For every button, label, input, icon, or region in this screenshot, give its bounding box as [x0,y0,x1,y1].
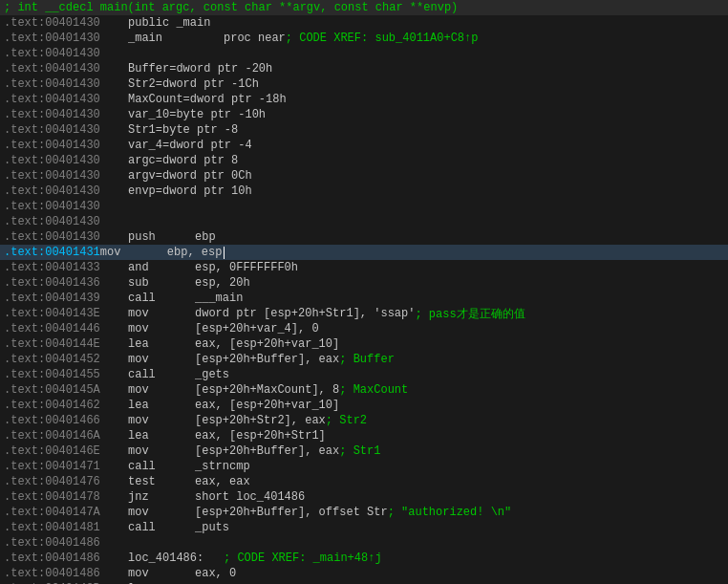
equals: = [156,154,162,167]
var-name: argv [128,169,156,183]
loc-label: loc_401486: [128,552,224,565]
mnemonic: call [128,368,195,381]
code-line: .text:00401486 loc_401486: ; CODE XREF: … [0,551,728,566]
addr: .text:00401462 [4,399,128,412]
operand: eax, [esp+20h+var_10] [195,337,339,351]
operand: eax, [esp+20h+var_10] [195,399,339,412]
addr: .text:00401466 [4,414,128,427]
code-line: .text:00401439 call ___main [0,291,728,306]
ptr-type: byte ptr -10h [176,108,266,121]
mnemonic: lea [128,429,195,443]
ptr-type: dword ptr -4 [169,139,251,152]
code-container: ; int __cdecl main(int argc, const char … [0,0,728,584]
operand: eax, eax [195,475,250,488]
mnemonic: mov [128,307,195,320]
comment: ; MaxCount [339,383,408,397]
code-line: .text:00401430 push ebp [0,229,728,245]
comment: ; Str1 [339,444,380,458]
addr: .text:00401446 [4,322,128,335]
operand: [esp+20h+var_4], 0 [195,322,319,335]
code-line: .text:00401481 call _puts [0,520,728,535]
code-line: .text:00401430 argv = dword ptr 0Ch [0,168,728,184]
operand: [esp+20h+Buffer], eax [195,353,339,366]
ptr-type: byte ptr -8 [162,123,238,137]
operand: [esp+20h+MaxCount], 8 [195,383,339,397]
code-line: .text:00401452 mov [esp+20h+Buffer], eax… [0,352,728,367]
var-name: Buffer [128,62,169,76]
code-line: .text:00401430 [0,214,728,229]
operand: short loc_401486 [195,490,305,504]
code-line: .text:00401430 [0,46,728,61]
comment: ; pass才是正确的值 [415,306,525,322]
addr: .text:00401430 [4,230,128,244]
addr: .text:00401430 [4,154,128,167]
addr-highlight: .text:00401431 [4,246,100,259]
mnemonic: mov [128,414,195,427]
var-name: var_10 [128,108,169,121]
code-line: .text:0040146A lea eax, [esp+20h+Str1] [0,428,728,443]
code-line: .text:00401476 test eax, eax [0,474,728,489]
mnemonic: jnz [128,490,195,504]
comment: ; Str2 [326,414,367,427]
equals: = [169,62,176,76]
operand: _gets [195,368,229,381]
operand: dword ptr [esp+20h+Str1], 'ssap' [195,307,415,320]
addr: .text:00401486 [4,567,128,580]
addr: .text:0040143E [4,307,128,320]
operand: ebp [195,230,216,244]
addr: .text:00401430 [4,108,128,121]
mnemonic: lea [128,399,195,412]
code-line: .text:00401430 var_4 = dword ptr -4 [0,138,728,153]
comment: ; "authorized! \n" [388,506,512,519]
mnemonic: test [128,475,195,488]
operand: eax, 0 [195,567,236,580]
addr: .text:0040146A [4,429,128,443]
code-line: .text:0040143E mov dword ptr [esp+20h+St… [0,306,728,321]
addr: .text:00401471 [4,460,128,473]
mnemonic: call [128,292,195,305]
ptr-type: dword ptr -20h [176,62,272,76]
addr: .text:00401476 [4,475,128,488]
comment: ; Buffer [339,353,395,366]
var-name: Str1 [128,123,156,137]
code-line: .text:0040146E mov [esp+20h+Buffer], eax… [0,443,728,459]
code-line: .text:00401486 [0,535,728,551]
addr: .text:00401430 [4,93,128,106]
operand: ebp, esp [167,246,223,259]
public-decl: public _main [128,16,210,30]
code-line: .text:00401455 call _gets [0,367,728,382]
operand: [esp+20h+Str2], eax [195,414,326,427]
var-name: argc [128,154,156,167]
operand: eax, [esp+20h+Str1] [195,429,326,443]
equals: = [162,139,169,152]
mnemonic: lea [128,337,195,351]
ptr-type: dword ptr 0Ch [162,169,252,183]
mnemonic: sub [128,276,195,290]
addr: .text:0040144E [4,337,128,351]
code-line: .text:0040144E lea eax, [esp+20h+var_10] [0,336,728,352]
equals: = [156,77,162,91]
addr: .text:00401430 [4,169,128,183]
cref-comment: ; CODE XREF: sub_4011A0+C8↑p [286,32,479,45]
addr: .text:00401430 [4,77,128,91]
mnemonic: push [128,230,195,244]
operand: _puts [195,521,229,534]
var-name: MaxCount [128,93,183,106]
equals: = [156,123,162,137]
code-line: .text:00401430 _main proc near ; CODE XR… [0,31,728,46]
addr: .text:00401430 [4,200,128,213]
mnemonic: mov [128,567,195,580]
cursor [224,247,225,259]
equals: = [183,93,190,106]
operand: [esp+20h+Buffer], eax [195,444,339,458]
ptr-type: dword ptr 10h [162,184,252,198]
code-line: .text:00401430 public _main [0,15,728,31]
code-line: ; int __cdecl main(int argc, const char … [0,0,728,15]
mnemonic: call [128,521,195,534]
addr: .text:00401430 [4,32,128,45]
code-line: .text:00401430 MaxCount = dword ptr -18h [0,92,728,107]
mnemonic: mov [128,383,195,397]
mnemonic: mov [128,506,195,519]
operand: [esp+20h+Buffer], offset Str [195,506,388,519]
code-line: .text:00401430 Str1 = byte ptr -8 [0,122,728,138]
